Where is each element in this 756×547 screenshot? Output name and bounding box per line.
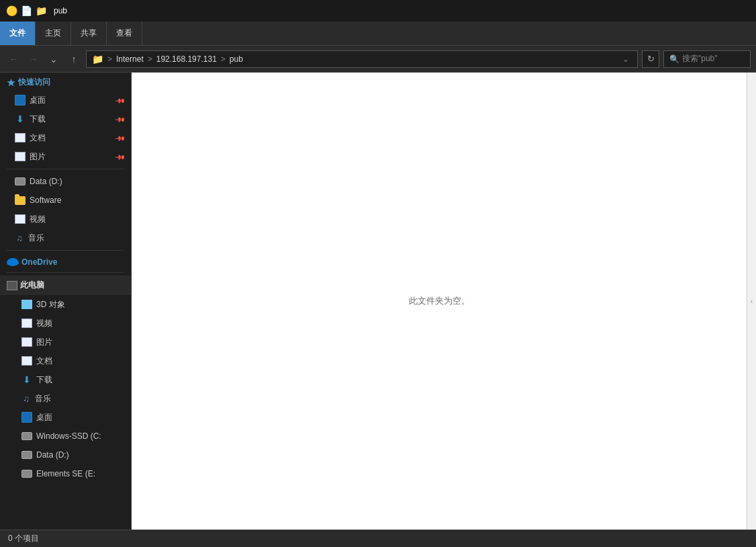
title-icon-3: 📁	[35, 5, 47, 17]
onedrive-icon	[7, 258, 19, 266]
ribbon-tab-share[interactable]: 共享	[71, 22, 107, 45]
sidebar-item-elements-se[interactable]: Elements SE (E:	[0, 464, 131, 483]
main-layout: ★ 快速访问 桌面 📌 ⬇ 下载 📌 文档 📌 图片 📌 Data (D:)	[0, 73, 756, 530]
music-icon: ♫	[15, 233, 24, 243]
sidebar-item-desktop-quick[interactable]: 桌面 📌	[0, 91, 131, 110]
hdd-icon	[21, 451, 32, 459]
sidebar-label: 视频	[30, 214, 46, 225]
divider-3	[7, 272, 124, 273]
download-icon: ⬇	[15, 114, 26, 124]
nav-forward-button[interactable]: →	[26, 51, 42, 67]
sidebar: ★ 快速访问 桌面 📌 ⬇ 下载 📌 文档 📌 图片 📌 Data (D:)	[0, 73, 132, 530]
pictures-icon	[21, 337, 32, 347]
pictures-icon	[15, 152, 26, 161]
ribbon-tab-view[interactable]: 查看	[107, 22, 142, 45]
sidebar-item-software[interactable]: Software	[0, 191, 131, 210]
3d-icon	[21, 300, 32, 309]
nav-recent-button[interactable]: ⌄	[46, 51, 62, 67]
sidebar-label: 3D 对象	[36, 299, 65, 310]
music-icon: ♫	[21, 394, 31, 403]
pin-icon: 📌	[115, 95, 126, 106]
this-pc-label: 此电脑	[20, 280, 44, 291]
status-text: 0 个项目	[8, 533, 39, 544]
computer-icon	[7, 281, 17, 290]
sidebar-item-data-d[interactable]: Data (D:)	[0, 172, 131, 191]
docs-icon	[21, 356, 32, 366]
sidebar-label: Data (D:)	[30, 177, 62, 186]
divider-2	[7, 250, 124, 251]
ribbon: 文件 主页 共享 查看	[0, 22, 756, 46]
title-bar-icons: 🟡 📄 📁	[5, 5, 47, 17]
empty-folder-text: 此文件夹为空。	[409, 295, 470, 307]
video-icon	[15, 214, 26, 224]
sidebar-item-download-quick[interactable]: ⬇ 下载 📌	[0, 110, 131, 128]
content-area: 此文件夹为空。	[132, 73, 747, 530]
sidebar-item-video-pc[interactable]: 视频	[0, 314, 131, 333]
path-dropdown-button[interactable]: ⌄	[620, 54, 632, 64]
search-box[interactable]: 🔍 搜索"pub"	[663, 50, 751, 68]
sidebar-item-music-pc[interactable]: ♫ 音乐	[0, 389, 131, 408]
download-icon: ⬇	[21, 374, 32, 385]
sidebar-item-docs-quick[interactable]: 文档 📌	[0, 128, 131, 147]
sidebar-item-docs-pc[interactable]: 文档	[0, 351, 131, 370]
title-icon-2: 📄	[20, 5, 32, 17]
sidebar-label: Software	[30, 196, 61, 205]
path-folder-icon: 📁	[92, 54, 103, 65]
sidebar-label: 音乐	[28, 233, 44, 244]
sidebar-label: 视频	[36, 318, 52, 329]
path-separator-1: >	[107, 54, 112, 64]
path-ip: 192.168.197.131	[156, 54, 217, 64]
pin-icon: 📌	[115, 132, 126, 143]
sidebar-label: 图片	[30, 151, 46, 163]
sidebar-item-data-d-pc[interactable]: Data (D:)	[0, 446, 131, 464]
sidebar-label: 图片	[36, 337, 52, 348]
sidebar-item-pictures-pc[interactable]: 图片	[0, 333, 131, 351]
search-icon: 🔍	[669, 54, 679, 64]
nav-up-button[interactable]: ↑	[66, 51, 82, 67]
hdd-icon	[21, 470, 32, 478]
sidebar-item-download-pc[interactable]: ⬇ 下载	[0, 370, 131, 389]
sidebar-label: 桌面	[30, 95, 46, 106]
title-bar: 🟡 📄 📁 pub	[0, 0, 756, 22]
video-icon	[21, 319, 32, 328]
ribbon-tab-file[interactable]: 文件	[0, 22, 36, 45]
pin-icon: 📌	[115, 114, 126, 124]
divider-1	[7, 169, 124, 169]
sidebar-label: 音乐	[35, 393, 51, 405]
this-pc-header[interactable]: 此电脑	[0, 276, 131, 295]
title-icon-1: 🟡	[5, 5, 17, 17]
sidebar-label: Elements SE (E:	[36, 469, 95, 478]
sidebar-label: Data (D:)	[36, 450, 69, 460]
nav-back-button[interactable]: ←	[5, 51, 21, 67]
ribbon-tab-home[interactable]: 主页	[36, 22, 71, 45]
pin-icon: 📌	[115, 151, 126, 162]
sidebar-item-video-drive[interactable]: 视频	[0, 210, 131, 228]
sidebar-item-music-drive[interactable]: ♫ 音乐	[0, 228, 131, 247]
star-icon: ★	[7, 77, 15, 88]
sidebar-item-windows-ssd[interactable]: Windows-SSD (C:	[0, 427, 131, 446]
sidebar-item-pictures-quick[interactable]: 图片 📌	[0, 147, 131, 166]
hdd-icon	[21, 432, 32, 440]
docs-icon	[15, 133, 26, 142]
address-bar: ← → ⌄ ↑ 📁 > Internet > 192.168.197.131 >…	[0, 46, 756, 73]
folder-icon	[15, 196, 26, 205]
sidebar-item-desktop-pc[interactable]: 桌面	[0, 408, 131, 427]
right-panel-toggle[interactable]: ‹	[747, 73, 756, 530]
window-title: pub	[54, 6, 67, 15]
hdd-icon	[15, 177, 26, 185]
refresh-button[interactable]: ↻	[642, 50, 659, 68]
desktop-icon	[15, 95, 26, 106]
sidebar-item-3d[interactable]: 3D 对象	[0, 295, 131, 314]
sidebar-label: 文档	[36, 355, 52, 367]
sidebar-label: Windows-SSD (C:	[36, 431, 101, 441]
path-pub: pub	[230, 54, 243, 64]
onedrive-header[interactable]: OneDrive	[0, 253, 131, 269]
sidebar-label: 文档	[30, 132, 46, 144]
onedrive-label: OneDrive	[21, 257, 57, 267]
sidebar-label: 下载	[30, 114, 46, 125]
status-bar: 0 个项目	[0, 530, 756, 547]
path-separator-2: >	[148, 54, 152, 64]
address-path[interactable]: 📁 > Internet > 192.168.197.131 > pub ⌄	[86, 50, 638, 68]
quick-access-label: 快速访问	[18, 77, 50, 88]
content-empty-message: 此文件夹为空。	[132, 73, 747, 530]
